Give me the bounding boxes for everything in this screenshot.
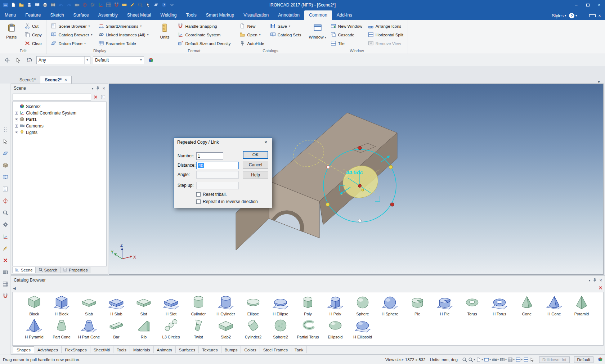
ribbon-button-autohide[interactable]: AutoHide (238, 39, 266, 48)
ribbon-tab-assembly[interactable]: Assembly (94, 10, 122, 20)
triball-handle-bottom[interactable] (358, 219, 362, 223)
catalog-tab-colors[interactable]: Colors (241, 346, 260, 353)
ribbon-button-handle-snapping[interactable]: Handle Snapping (176, 22, 232, 30)
export-icon[interactable] (33, 1, 41, 9)
help-icon[interactable]: ? (160, 1, 168, 9)
ribbon-button-coordinate-system[interactable]: Coordinate System (176, 31, 232, 39)
ribbon-button-cascade[interactable]: Cascade (329, 31, 364, 39)
tree-item-scene2[interactable]: Scene2 (13, 103, 106, 110)
catalog-remove-icon[interactable] (598, 286, 603, 291)
clear-filter-icon[interactable] (92, 94, 99, 100)
catalog-item-h-slab[interactable]: H Slab (103, 294, 130, 316)
catalog-tab-textures[interactable]: Textures (199, 346, 221, 353)
app-menu-icon[interactable] (2, 1, 9, 9)
expander-icon[interactable]: + (15, 112, 18, 115)
ribbon-tab-sketch[interactable]: Sketch (45, 10, 68, 20)
select-icon[interactable] (2, 138, 9, 145)
ribbon-button-arrange-icons[interactable]: Arrange Icons (366, 22, 405, 30)
render-mode-icon[interactable]: ▾ (500, 357, 507, 362)
ribbon-tab-menu[interactable]: Menu (0, 10, 21, 20)
tile-view-icon[interactable] (524, 357, 529, 362)
expander-icon[interactable]: + (15, 125, 18, 128)
panel-tab-search[interactable]: Search (36, 267, 60, 273)
delete-icon[interactable] (2, 257, 9, 264)
ribbon-button-parameter-table[interactable]: Parameter Table (97, 39, 151, 48)
gear-icon[interactable] (2, 221, 9, 228)
mdi-minimize-button[interactable]: – (582, 13, 588, 18)
catalog-item-cone[interactable]: Cone (513, 294, 541, 316)
catalog-tab-tools[interactable]: Tools (113, 346, 130, 353)
chevron-down-icon[interactable]: ▾ (91, 86, 93, 90)
ribbon-button-save[interactable]: Save▾ (268, 22, 303, 30)
pointer-mode-icon[interactable] (530, 357, 535, 362)
datum-plane-icon[interactable] (2, 150, 9, 157)
ribbon-button-new[interactable]: New (238, 22, 266, 30)
catalog-item-h-poly[interactable]: H Poly (322, 294, 349, 316)
catalog-tab-tank[interactable]: Tank (291, 346, 307, 353)
dialog-input-angle[interactable] (196, 171, 239, 179)
print-icon[interactable] (41, 1, 49, 9)
styles-dropdown[interactable]: Styles▾ (552, 13, 566, 18)
catalog-item-ellipse[interactable]: Ellipse (239, 294, 267, 316)
tree-item-lights[interactable]: +Lights (13, 129, 106, 136)
ribbon-tab-welding[interactable]: Welding (156, 10, 182, 20)
catalog-item-part-cone[interactable]: Part Cone (48, 317, 75, 339)
mdi-restore-button[interactable] (589, 13, 596, 18)
target-icon[interactable] (81, 1, 89, 9)
panel-tab-properties[interactable]: Properties (60, 267, 90, 273)
catalog-icon[interactable] (2, 174, 9, 181)
target-icon[interactable] (2, 197, 9, 205)
camera-view-icon[interactable]: ▾ (492, 357, 499, 362)
catalog-item-torus[interactable]: Torus (458, 294, 486, 316)
ribbon-tab-sheet-metal[interactable]: Sheet Metal (122, 10, 156, 20)
triball-handle-left-upper[interactable] (327, 166, 330, 169)
grid-icon[interactable] (105, 1, 112, 9)
maximize-button[interactable] (582, 0, 593, 10)
catalog-item-bar[interactable]: Bar (103, 317, 130, 339)
catalog-item-poly[interactable]: Poly (294, 294, 322, 316)
ribbon-tab-smart-markup[interactable]: Smart Markup (201, 10, 239, 20)
catalog-item-slot[interactable]: Slot (130, 294, 157, 316)
minimize-button[interactable]: – (570, 0, 582, 10)
ribbon-button-default-size-and-density[interactable]: Default Size and Density (176, 39, 232, 48)
catalog-item-block[interactable]: Block (21, 294, 48, 316)
dialog-input-number[interactable]: 1 (196, 152, 223, 160)
grid-icon[interactable] (2, 280, 9, 288)
tree-item-cameras[interactable]: +Cameras (13, 123, 106, 129)
catalog-item-h-block[interactable]: H Block (48, 294, 75, 316)
catalog-item-h-ellipsoid[interactable]: H Ellipsoid (349, 317, 376, 339)
document-tab-scene1[interactable]: Scene1* (15, 76, 40, 84)
film-icon[interactable] (2, 269, 9, 276)
dialog-button-help[interactable]: Help (243, 171, 268, 179)
ribbon-button-paste[interactable]: Paste (3, 21, 21, 48)
ribbon-button-tile[interactable]: Tile (329, 39, 364, 48)
ribbon-button-datum-plane[interactable]: Datum Plane▾ (49, 39, 94, 48)
ribbon-button-smartdimensions[interactable]: SmartDimensions▾ (97, 22, 151, 30)
ribbon-button-catalog-sets[interactable]: Catalog Sets (268, 31, 303, 39)
catalog-tab-advshapes[interactable]: Advshapes (34, 346, 62, 353)
catalog-item-ellipsoid[interactable]: Ellipsoid (322, 317, 349, 339)
view-triad[interactable]: Z X Y (111, 243, 136, 259)
dialog-checkbox-0[interactable]: Reset triball. (196, 192, 227, 197)
panel-tab-scene[interactable]: Scene (12, 267, 36, 273)
mdi-close-button[interactable]: × (596, 13, 603, 18)
catalog-item-sphere2[interactable]: Sphere2 (267, 317, 294, 339)
dialog-button-cancel[interactable]: Cancel (243, 161, 268, 169)
window-view-icon[interactable]: ▾ (484, 357, 491, 362)
catalog-tab-materials[interactable]: Materials (130, 346, 154, 353)
chevron-down-icon[interactable]: ▾ (588, 278, 590, 282)
tree-item-part1[interactable]: +Part1 (13, 116, 106, 123)
catalog-back-icon[interactable]: ◀ (13, 286, 16, 290)
scene-filter-input[interactable] (13, 94, 91, 100)
expander-icon[interactable]: + (15, 131, 18, 134)
catalog-item-l3-circles[interactable]: L3 Circles (157, 317, 185, 339)
pin-icon[interactable] (95, 86, 100, 91)
catalog-item-h-cylinder[interactable]: H Cylinder (212, 294, 239, 316)
dialog-close-icon[interactable]: × (260, 138, 272, 147)
pin-icon[interactable] (592, 278, 597, 283)
tree-icon[interactable] (2, 185, 9, 193)
new-doc-icon[interactable] (10, 1, 17, 9)
ribbon-button-catalog-browser[interactable]: Catalog Browser▾ (49, 31, 94, 39)
ribbon-button-window[interactable]: Window ▾ (309, 21, 327, 48)
expander-icon[interactable]: + (15, 118, 18, 121)
